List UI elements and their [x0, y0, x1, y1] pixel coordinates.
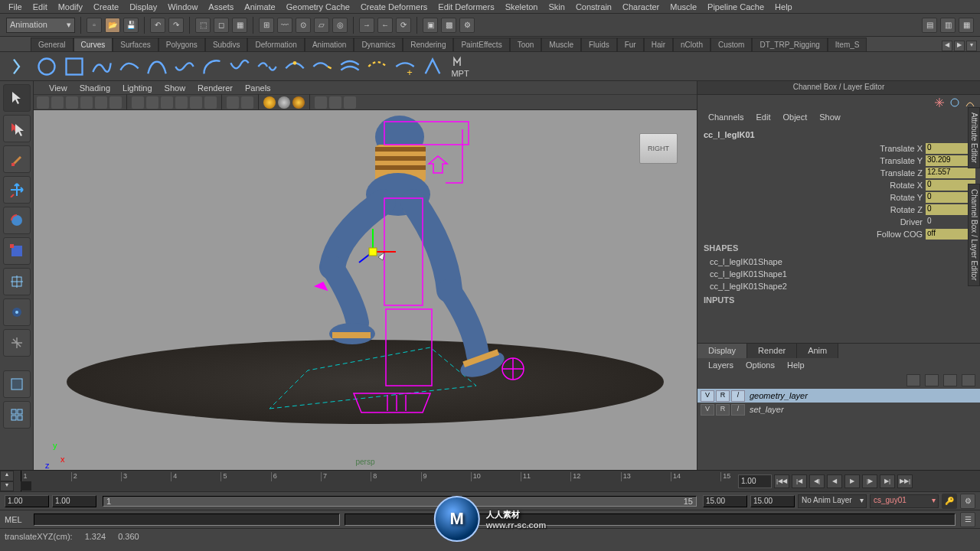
layer-v-toggle[interactable]: V: [701, 404, 714, 416]
manip-setting-icon[interactable]: [934, 97, 945, 108]
inputs-icon[interactable]: →: [359, 18, 374, 33]
menu-constrain[interactable]: Constrain: [570, 2, 617, 11]
shelf-tab-surfaces[interactable]: Surfaces: [113, 37, 158, 51]
menu-edit-deformers[interactable]: Edit Deformers: [433, 2, 499, 11]
curve-tool-icon[interactable]: [421, 55, 444, 78]
shape-node[interactable]: cc_l_legIK01Shape2: [702, 280, 975, 292]
shelf-tab-animation[interactable]: Animation: [305, 37, 354, 51]
vp-light2-icon[interactable]: [278, 96, 290, 109]
anim-layer-dropdown[interactable]: No Anim Layer: [798, 494, 867, 508]
menu-skeleton[interactable]: Skeleton: [500, 2, 544, 11]
options-icon[interactable]: [965, 97, 975, 108]
shelf-tab-deformation[interactable]: Deformation: [247, 37, 304, 51]
character-set-dropdown[interactable]: cs_guy01: [870, 494, 939, 508]
shelf-tab-curves[interactable]: Curves: [74, 37, 113, 51]
vp-grid-icon[interactable]: [80, 96, 93, 109]
range-start-inner[interactable]: [52, 495, 96, 507]
mode-selector[interactable]: Animation: [6, 18, 75, 33]
snap-curve-icon[interactable]: 〰: [277, 18, 292, 33]
shelf-prev-icon[interactable]: ◀: [942, 41, 952, 51]
vp-res-gate-icon[interactable]: [109, 96, 122, 109]
paint-select-tool[interactable]: [3, 145, 31, 173]
move-tool[interactable]: [3, 176, 31, 204]
vp-share-icon[interactable]: [344, 96, 356, 109]
shape-node[interactable]: cc_l_legIK01Shape1: [702, 268, 975, 280]
attribute-editor-tab[interactable]: Attribute Editor: [968, 107, 980, 168]
layer-r-toggle[interactable]: R: [716, 390, 730, 402]
vp-textured-icon[interactable]: [161, 96, 173, 109]
vp-menu-shading[interactable]: Shading: [74, 83, 116, 93]
auto-key-icon[interactable]: 🔑: [942, 494, 957, 509]
shelf-menu-icon[interactable]: ▾: [966, 41, 977, 51]
rotate-tool[interactable]: [3, 207, 31, 234]
menu-skin[interactable]: Skin: [543, 2, 570, 11]
undo-icon[interactable]: ↶: [150, 18, 165, 33]
bezier-curve-icon[interactable]: [145, 55, 168, 78]
layer-row[interactable]: VR/set_layer: [697, 403, 980, 416]
nav-collapse-icon[interactable]: [8, 55, 31, 78]
current-time-field[interactable]: [738, 474, 772, 488]
range-start-outer[interactable]: [5, 495, 49, 507]
menu-create[interactable]: Create: [88, 2, 124, 11]
layer-tab-display[interactable]: Display: [697, 344, 747, 358]
shelf-tab-painteffects[interactable]: PaintEffects: [453, 37, 509, 51]
redo-icon[interactable]: ↷: [168, 18, 184, 33]
layer-row[interactable]: VR/geometry_layer: [697, 389, 980, 403]
time-cursor[interactable]: [21, 471, 21, 491]
layer-up-icon[interactable]: [943, 374, 957, 386]
arc-curve-icon[interactable]: [201, 55, 224, 78]
shelf-tab-general[interactable]: General: [31, 37, 74, 51]
step-back-icon[interactable]: ◀|: [809, 474, 825, 488]
vp-menu-lighting[interactable]: Lighting: [116, 83, 158, 93]
shelf-tab-toon[interactable]: Toon: [510, 37, 542, 51]
vp-lights-icon[interactable]: [175, 96, 188, 109]
range-track[interactable]: 115: [103, 496, 697, 507]
layer-p-toggle[interactable]: /: [731, 390, 745, 402]
step-back-key-icon[interactable]: |◀: [792, 474, 807, 488]
menu-modify[interactable]: Modify: [53, 2, 88, 11]
vp-shadows-icon[interactable]: [190, 96, 202, 109]
lasso-tool[interactable]: [3, 115, 31, 142]
vp-menu-panels[interactable]: Panels: [239, 83, 277, 93]
ep-curve-icon[interactable]: [90, 55, 113, 78]
vp-isolate-icon[interactable]: [227, 96, 239, 109]
construction-history-icon[interactable]: ⟳: [396, 18, 411, 33]
vp-renderer-icon[interactable]: [315, 96, 327, 109]
vp-xray-icon[interactable]: [204, 96, 217, 109]
toggle-panel-icon[interactable]: ▤: [922, 18, 937, 33]
toggle-channel-icon[interactable]: ▦: [959, 18, 974, 33]
vp-cube-icon[interactable]: [329, 96, 341, 109]
select-component-icon[interactable]: ▦: [232, 18, 247, 33]
outputs-icon[interactable]: ←: [377, 18, 393, 33]
new-scene-icon[interactable]: ▫: [87, 18, 102, 33]
rebuild-curve-icon[interactable]: [366, 55, 389, 78]
vp-menu-show[interactable]: Show: [158, 83, 192, 93]
scale-tool[interactable]: [3, 237, 31, 265]
menu-window[interactable]: Window: [162, 2, 203, 11]
layer-menu-options[interactable]: Options: [740, 360, 781, 370]
vp-camera-icon[interactable]: [37, 96, 49, 109]
shelf-tab-subdivs[interactable]: Subdivs: [205, 37, 248, 51]
shelf-tab-item_s[interactable]: Item_S: [828, 37, 867, 51]
extend-curve-icon[interactable]: [311, 55, 334, 78]
channel-box-tab[interactable]: Channel Box / Layer Editor: [968, 184, 980, 286]
step-fwd-key-icon[interactable]: ▶|: [880, 474, 895, 488]
new-layer-icon[interactable]: [906, 374, 920, 386]
universal-manip-tool[interactable]: [3, 268, 31, 295]
new-layer-selected-icon[interactable]: [925, 374, 939, 386]
menu-assets[interactable]: Assets: [203, 2, 239, 11]
channel-menu-channels[interactable]: Channels: [702, 112, 750, 122]
layer-v-toggle[interactable]: V: [701, 390, 714, 402]
render-frame-icon[interactable]: ▣: [423, 18, 438, 33]
vp-bookmark-icon[interactable]: [51, 96, 64, 109]
cmd-lang-label[interactable]: MEL: [5, 515, 29, 524]
shelf-tab-ncloth[interactable]: nCloth: [673, 37, 710, 51]
select-object-icon[interactable]: ◻: [214, 18, 229, 33]
prefs-icon[interactable]: ⚙: [960, 494, 975, 509]
play-back-icon[interactable]: ◀: [827, 474, 842, 488]
time-scroll-down-icon[interactable]: ▼: [0, 481, 14, 492]
menu-animate[interactable]: Animate: [239, 2, 280, 11]
snap-plane-icon[interactable]: ▱: [314, 18, 329, 33]
single-pane-icon[interactable]: [3, 370, 31, 398]
layer-menu-help[interactable]: Help: [781, 360, 811, 370]
